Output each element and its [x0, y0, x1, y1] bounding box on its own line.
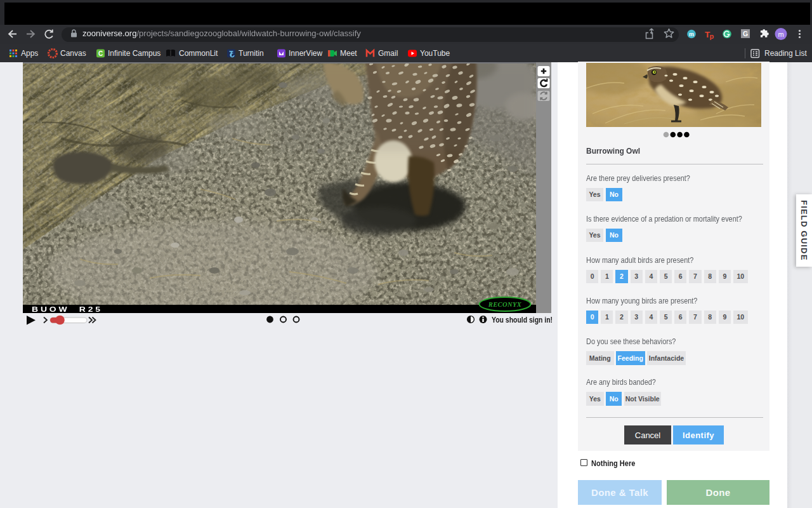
- svg-text:p: p: [710, 32, 714, 40]
- svg-text:G: G: [743, 30, 748, 37]
- svg-text:RECONYX: RECONYX: [488, 301, 522, 308]
- svg-text:m: m: [778, 30, 783, 38]
- svg-text:m: m: [689, 31, 694, 37]
